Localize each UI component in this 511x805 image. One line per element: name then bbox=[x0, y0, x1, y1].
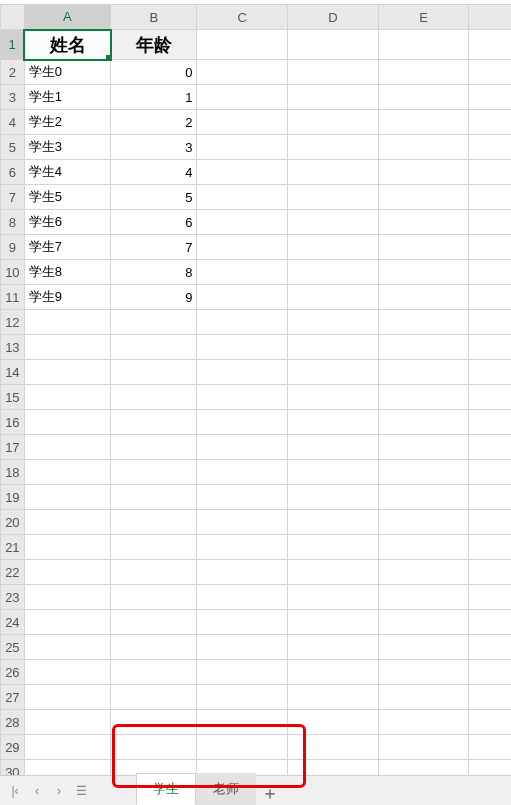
cell[interactable]: 学生7 bbox=[24, 235, 110, 260]
cell[interactable] bbox=[111, 735, 197, 760]
cell[interactable] bbox=[197, 285, 288, 310]
cell[interactable] bbox=[197, 60, 288, 85]
cell[interactable] bbox=[24, 360, 110, 385]
cell[interactable] bbox=[111, 535, 197, 560]
cell[interactable] bbox=[197, 260, 288, 285]
cell[interactable] bbox=[24, 335, 110, 360]
row-header[interactable]: 16 bbox=[1, 410, 25, 435]
row-header[interactable]: 10 bbox=[1, 260, 25, 285]
row-header[interactable]: 19 bbox=[1, 485, 25, 510]
row-header[interactable]: 24 bbox=[1, 610, 25, 635]
cell[interactable] bbox=[24, 485, 110, 510]
row-header[interactable]: 26 bbox=[1, 660, 25, 685]
cell[interactable] bbox=[469, 435, 511, 460]
nav-list-icon[interactable]: ☰ bbox=[72, 782, 90, 800]
cell[interactable] bbox=[288, 485, 379, 510]
cell[interactable] bbox=[288, 535, 379, 560]
cell[interactable]: 1 bbox=[111, 85, 197, 110]
cell[interactable] bbox=[288, 660, 379, 685]
cell[interactable] bbox=[288, 460, 379, 485]
column-header-D[interactable]: D bbox=[288, 5, 379, 30]
cell[interactable]: 学生3 bbox=[24, 135, 110, 160]
cell[interactable] bbox=[378, 85, 469, 110]
cell[interactable] bbox=[288, 30, 379, 60]
cell[interactable] bbox=[197, 460, 288, 485]
row-header[interactable]: 14 bbox=[1, 360, 25, 385]
cell[interactable] bbox=[111, 410, 197, 435]
cell[interactable] bbox=[288, 635, 379, 660]
cell[interactable] bbox=[469, 260, 511, 285]
cell[interactable]: 学生5 bbox=[24, 185, 110, 210]
cell[interactable] bbox=[24, 510, 110, 535]
cell[interactable] bbox=[197, 660, 288, 685]
cell[interactable] bbox=[469, 535, 511, 560]
cell[interactable] bbox=[197, 360, 288, 385]
cell[interactable] bbox=[24, 635, 110, 660]
cell[interactable] bbox=[197, 410, 288, 435]
cell[interactable] bbox=[288, 235, 379, 260]
row-header[interactable]: 3 bbox=[1, 85, 25, 110]
cell[interactable] bbox=[378, 110, 469, 135]
cell[interactable] bbox=[24, 435, 110, 460]
cell[interactable] bbox=[469, 510, 511, 535]
cell[interactable] bbox=[378, 660, 469, 685]
cell[interactable] bbox=[378, 485, 469, 510]
cell[interactable] bbox=[288, 435, 379, 460]
cell[interactable] bbox=[469, 310, 511, 335]
cell[interactable] bbox=[197, 185, 288, 210]
cell[interactable] bbox=[288, 260, 379, 285]
cell[interactable] bbox=[197, 685, 288, 710]
cell[interactable] bbox=[197, 560, 288, 585]
row-header[interactable]: 2 bbox=[1, 60, 25, 85]
cell[interactable] bbox=[378, 210, 469, 235]
row-header[interactable]: 7 bbox=[1, 185, 25, 210]
select-all-corner[interactable] bbox=[1, 5, 25, 30]
cell[interactable] bbox=[378, 410, 469, 435]
cell[interactable] bbox=[24, 685, 110, 710]
cell[interactable] bbox=[111, 510, 197, 535]
cell[interactable] bbox=[288, 285, 379, 310]
cell[interactable] bbox=[288, 385, 379, 410]
cell[interactable] bbox=[378, 435, 469, 460]
cell[interactable] bbox=[288, 685, 379, 710]
cell[interactable] bbox=[111, 585, 197, 610]
cell[interactable] bbox=[378, 335, 469, 360]
cell[interactable] bbox=[378, 30, 469, 60]
row-header[interactable]: 5 bbox=[1, 135, 25, 160]
cell[interactable] bbox=[378, 260, 469, 285]
cell[interactable]: 学生2 bbox=[24, 110, 110, 135]
cell[interactable] bbox=[469, 285, 511, 310]
row-header[interactable]: 29 bbox=[1, 735, 25, 760]
cell[interactable]: 学生1 bbox=[24, 85, 110, 110]
cell[interactable] bbox=[288, 360, 379, 385]
cell[interactable]: 学生8 bbox=[24, 260, 110, 285]
row-header[interactable]: 28 bbox=[1, 710, 25, 735]
cell[interactable] bbox=[469, 685, 511, 710]
cell[interactable] bbox=[378, 585, 469, 610]
cell[interactable] bbox=[378, 510, 469, 535]
cell[interactable] bbox=[111, 485, 197, 510]
cell[interactable] bbox=[378, 60, 469, 85]
cell[interactable] bbox=[378, 385, 469, 410]
sheet-tab-teachers[interactable]: 老师 bbox=[196, 773, 256, 805]
cell[interactable] bbox=[469, 30, 511, 60]
column-header-C[interactable]: C bbox=[197, 5, 288, 30]
cell[interactable] bbox=[288, 210, 379, 235]
cell[interactable]: 6 bbox=[111, 210, 197, 235]
cell[interactable] bbox=[469, 460, 511, 485]
cell[interactable] bbox=[469, 585, 511, 610]
cell[interactable] bbox=[197, 435, 288, 460]
row-header[interactable]: 20 bbox=[1, 510, 25, 535]
cell[interactable] bbox=[469, 360, 511, 385]
row-header[interactable]: 1 bbox=[1, 30, 25, 60]
cell[interactable] bbox=[197, 635, 288, 660]
add-sheet-button[interactable]: ＋ bbox=[256, 781, 284, 805]
row-header[interactable]: 25 bbox=[1, 635, 25, 660]
row-header[interactable]: 22 bbox=[1, 560, 25, 585]
cell[interactable] bbox=[288, 735, 379, 760]
cell[interactable]: 学生4 bbox=[24, 160, 110, 185]
cell[interactable] bbox=[469, 210, 511, 235]
cell[interactable] bbox=[111, 710, 197, 735]
cell[interactable] bbox=[378, 635, 469, 660]
cell[interactable] bbox=[197, 485, 288, 510]
